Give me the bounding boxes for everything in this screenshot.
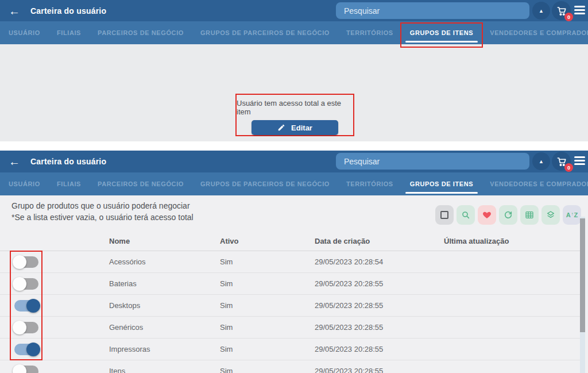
cell-created: 29/05/2023 20:28:54	[315, 257, 444, 266]
table-row: Baterias Sim 29/05/2023 20:28:55	[0, 273, 580, 295]
tab-grupos-de-itens[interactable]: GRUPOS DE ITENS	[410, 21, 473, 44]
cell-created: 29/05/2023 20:28:55	[315, 323, 444, 332]
tab-vendedores-e-compradores[interactable]: VENDEDORES E COMPRADORES	[490, 172, 588, 195]
tab-filiais[interactable]: FILIAIS	[57, 172, 81, 195]
back-arrow-icon[interactable]: ←	[9, 156, 24, 167]
cell-active: Sim	[220, 257, 315, 266]
tab-bar: USUÁRIO FILIAIS PARCEIROS DE NEGÓCIO GRU…	[0, 172, 588, 195]
scrollbar-thumb[interactable]	[580, 218, 585, 332]
item-groups-content: Grupo de produtos que o usuário poderá n…	[0, 195, 588, 373]
page-title: Carteira do usuário	[30, 157, 106, 166]
layers-button[interactable]	[541, 205, 560, 225]
select-checkbox-icon	[440, 211, 448, 219]
stacked-screenshots: ← Carteira do usuário ▲ 0 USUÁRIO FILIAI…	[0, 0, 588, 373]
cell-created: 29/05/2023 20:28:55	[315, 345, 444, 353]
cell-name: Baterias	[109, 279, 220, 288]
cell-name: Genéricos	[109, 323, 220, 332]
list-toolbar: A↑Z	[435, 205, 581, 225]
menu-icon[interactable]	[574, 6, 585, 16]
description-line-1: Grupo de produtos que o usuário poderá n…	[11, 200, 194, 212]
row-toggle[interactable]	[14, 344, 38, 355]
tab-vendedores-e-compradores[interactable]: VENDEDORES E COMPRADORES	[490, 21, 588, 44]
cell-active: Sim	[220, 345, 315, 353]
list-description: Grupo de produtos que o usuário poderá n…	[11, 200, 194, 223]
tab-territorios[interactable]: TERRITÓRIOS	[346, 21, 393, 44]
row-toggle[interactable]	[14, 322, 38, 333]
layers-icon	[546, 210, 555, 220]
page-title: Carteira do usuário	[30, 6, 106, 16]
table-row: Genéricos Sim 29/05/2023 20:28:55	[0, 317, 580, 339]
vertical-scrollbar[interactable]	[580, 217, 585, 373]
row-toggle[interactable]	[14, 300, 38, 312]
search-input[interactable]	[343, 156, 523, 167]
cart-badge: 0	[564, 163, 573, 172]
column-header-data-criacao: Data de criação	[315, 237, 444, 245]
description-line-2: *Se a lista estiver vazia, o usuário ter…	[11, 212, 194, 223]
search-input[interactable]	[343, 6, 523, 16]
cell-active: Sim	[220, 367, 315, 373]
export-excel-icon	[525, 210, 534, 220]
tab-grupos-de-parceiros[interactable]: GRUPOS DE PARCEIROS DE NEGÓCIO	[200, 172, 330, 195]
column-header-ultima-atualizacao: Última atualização	[444, 237, 580, 245]
screen-access-message: ← Carteira do usuário ▲ 0 USUÁRIO FILIAI…	[0, 0, 588, 151]
row-toggle[interactable]	[14, 278, 38, 290]
tab-bar: USUÁRIO FILIAIS PARCEIROS DE NEGÓCIO GRU…	[0, 21, 588, 44]
edit-button[interactable]: Editar	[252, 120, 338, 135]
screen-item-groups-list: ← Carteira do usuário ▲ 0 USUÁRIO FILIAI…	[0, 151, 588, 373]
annotation-box-access: Usuário tem acesso total a este item Edi…	[235, 94, 354, 136]
select-all-button[interactable]	[435, 205, 454, 225]
tab-usuario[interactable]: USUÁRIO	[9, 21, 40, 44]
pencil-icon	[277, 124, 285, 132]
cell-name: Impressoras	[109, 345, 220, 353]
tab-usuario[interactable]: USUÁRIO	[9, 172, 40, 195]
cell-active: Sim	[220, 279, 315, 288]
cell-created: 29/05/2023 20:28:55	[315, 301, 444, 310]
tab-filiais[interactable]: FILIAIS	[57, 21, 81, 44]
search-button[interactable]	[457, 205, 475, 225]
export-excel-button[interactable]	[520, 205, 539, 225]
row-toggle[interactable]	[14, 366, 38, 373]
collapse-button[interactable]: ▲	[532, 152, 550, 170]
cell-name: Desktops	[109, 301, 220, 310]
app-bar: ← Carteira do usuário ▲ 0	[0, 151, 588, 172]
search-box[interactable]	[336, 153, 529, 170]
sort-az-icon: A↑Z	[566, 212, 578, 218]
back-arrow-icon[interactable]: ←	[9, 5, 24, 17]
cart-button[interactable]: 0	[552, 1, 571, 20]
triangle-up-icon: ▲	[539, 8, 544, 14]
cell-created: 29/05/2023 20:28:55	[315, 279, 444, 288]
cell-name: Itens	[109, 367, 220, 373]
table-header-row: Nome Ativo Data de criação Última atuali…	[0, 231, 580, 251]
access-message: Usuário tem acesso total a este item	[237, 99, 353, 116]
tab-grupos-de-itens[interactable]: GRUPOS DE ITENS	[410, 172, 473, 195]
table-row: Itens Sim 29/05/2023 20:28:55	[0, 360, 580, 373]
cell-active: Sim	[220, 323, 315, 332]
menu-icon[interactable]	[574, 156, 585, 167]
sort-az-button[interactable]: A↑Z	[563, 205, 581, 225]
table-row: Acessórios Sim 29/05/2023 20:28:54	[0, 251, 580, 273]
refresh-icon	[504, 210, 513, 220]
app-bar: ← Carteira do usuário ▲ 0	[0, 0, 588, 21]
tab-grupos-de-parceiros[interactable]: GRUPOS DE PARCEIROS DE NEGÓCIO	[200, 21, 330, 44]
table-row: Impressoras Sim 29/05/2023 20:28:55	[0, 339, 580, 360]
favorites-button[interactable]	[478, 205, 496, 225]
cell-name: Acessórios	[109, 257, 220, 266]
table-row: Desktops Sim 29/05/2023 20:28:55	[0, 295, 580, 317]
cell-created: 29/05/2023 20:28:55	[315, 367, 444, 373]
refresh-button[interactable]	[499, 205, 517, 225]
favorite-heart-icon	[482, 210, 492, 220]
search-box[interactable]	[336, 2, 529, 19]
tab-parceiros-de-negocio[interactable]: PARCEIROS DE NEGÓCIO	[98, 21, 184, 44]
tab-territorios[interactable]: TERRITÓRIOS	[346, 172, 393, 195]
column-header-nome: Nome	[109, 237, 220, 245]
item-groups-table: Nome Ativo Data de criação Última atuali…	[0, 231, 580, 373]
collapse-button[interactable]: ▲	[532, 2, 550, 20]
row-toggle[interactable]	[14, 256, 38, 268]
access-message-area: Usuário tem acesso total a este item Edi…	[0, 44, 588, 141]
cart-button[interactable]: 0	[552, 152, 571, 171]
search-icon	[461, 210, 470, 220]
cell-active: Sim	[220, 301, 315, 310]
column-header-ativo: Ativo	[220, 237, 315, 245]
tab-parceiros-de-negocio[interactable]: PARCEIROS DE NEGÓCIO	[98, 172, 184, 195]
triangle-up-icon: ▲	[539, 159, 544, 164]
